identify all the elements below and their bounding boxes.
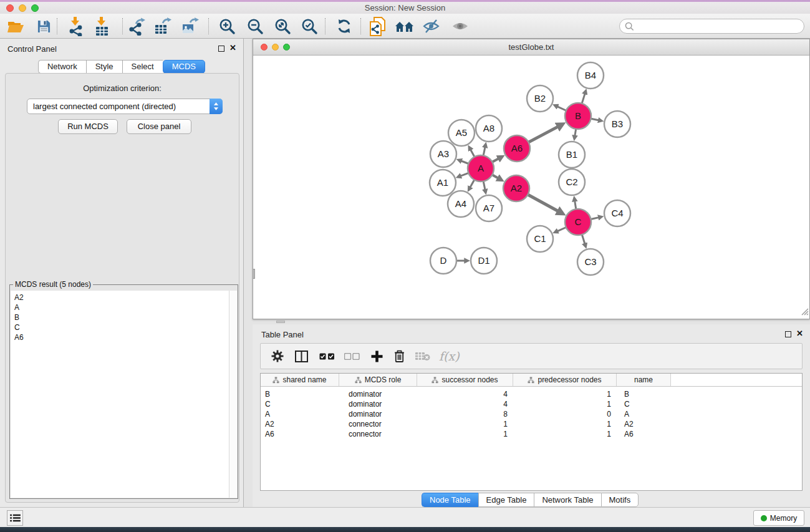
graph-node-A[interactable]: A: [468, 155, 494, 181]
graph-node-A4[interactable]: A4: [448, 191, 474, 217]
list-item[interactable]: A2: [11, 293, 237, 302]
graph-node-B4[interactable]: B4: [577, 62, 604, 89]
graph-edge-C-C2[interactable]: [575, 201, 576, 209]
graph-edge-B-B4[interactable]: [582, 94, 585, 104]
graph-edge-A-A6[interactable]: [492, 158, 498, 162]
column-header[interactable]: shared name: [261, 374, 339, 386]
float-panel-icon[interactable]: [785, 331, 791, 337]
tab-network-table[interactable]: Network Table: [534, 493, 600, 507]
graph-node-A5[interactable]: A5: [448, 120, 475, 146]
list-item[interactable]: A6: [11, 332, 237, 342]
table-row[interactable]: Adominator80A: [261, 409, 802, 419]
zoom-selected-icon[interactable]: [299, 16, 319, 36]
memory-button[interactable]: Memory: [753, 510, 804, 526]
delete-table-icon[interactable]: [415, 347, 430, 365]
table-settings-icon[interactable]: [271, 347, 284, 365]
graph-edge-A-A7[interactable]: [483, 181, 485, 190]
search-box[interactable]: [619, 19, 804, 34]
criterion-dropdown[interactable]: largest connected component (directed): [27, 99, 223, 114]
graph-node-A2[interactable]: A2: [503, 175, 529, 201]
column-header[interactable]: name: [617, 374, 671, 386]
graph-node-C3[interactable]: C3: [577, 249, 604, 275]
column-header[interactable]: predecessor nodes: [513, 374, 617, 386]
hide-selected-icon[interactable]: [421, 16, 441, 36]
delete-column-icon[interactable]: [394, 347, 405, 365]
export-table-icon[interactable]: [153, 16, 173, 36]
zoom-in-icon[interactable]: [217, 16, 237, 36]
task-history-button[interactable]: [7, 510, 23, 526]
graph-node-D1[interactable]: D1: [471, 248, 497, 274]
graph-edge-C-C3[interactable]: [582, 235, 585, 244]
close-window-button[interactable]: [261, 44, 268, 51]
close-window-button[interactable]: [6, 4, 14, 12]
graph-edge-A2-C[interactable]: [528, 195, 558, 211]
zoom-out-icon[interactable]: [245, 16, 265, 36]
network-graph[interactable]: B4B2BB3A8A5A6A3B1AA1C2A2A4A7C4CC1C3DD1: [253, 56, 809, 319]
graph-edge-A-A8[interactable]: [483, 147, 485, 155]
graph-node-C2[interactable]: C2: [559, 169, 585, 195]
show-all-icon[interactable]: [450, 16, 470, 36]
list-item[interactable]: C: [11, 322, 237, 332]
graph-edge-B-B2[interactable]: [557, 107, 566, 110]
close-panel-button[interactable]: Close panel: [127, 119, 191, 134]
graph-node-A8[interactable]: A8: [476, 115, 502, 142]
graph-node-A6[interactable]: A6: [504, 135, 530, 162]
table-row[interactable]: Bdominator41B: [261, 389, 802, 399]
list-item[interactable]: A: [11, 302, 237, 312]
select-all-icon[interactable]: [319, 347, 335, 365]
graph-edge-C-C1[interactable]: [557, 227, 566, 231]
zoom-fit-icon[interactable]: [272, 16, 292, 36]
horizontal-splitter-handle[interactable]: [276, 321, 285, 323]
graph-edge-C-C4[interactable]: [591, 218, 599, 220]
search-input[interactable]: [637, 22, 804, 31]
export-network-icon[interactable]: [127, 16, 147, 36]
tab-style[interactable]: Style: [86, 60, 122, 74]
table-row[interactable]: A6connector11A6: [261, 429, 802, 439]
run-mcds-button[interactable]: Run MCDS: [58, 119, 118, 134]
graph-node-D[interactable]: D: [430, 248, 456, 274]
minimize-window-button[interactable]: [272, 44, 279, 51]
close-panel-icon[interactable]: ✕: [796, 329, 803, 339]
maximize-window-button[interactable]: [283, 44, 290, 51]
graph-edge-B-B1[interactable]: [575, 129, 576, 136]
tab-mcds[interactable]: MCDS: [163, 60, 205, 74]
show-columns-icon[interactable]: [295, 347, 308, 365]
graph-node-C1[interactable]: C1: [527, 226, 553, 252]
window-resize-grip[interactable]: [801, 307, 809, 318]
graph-edge-A-A5[interactable]: [471, 150, 475, 157]
graph-node-A3[interactable]: A3: [430, 141, 456, 167]
graph-node-C[interactable]: C: [565, 209, 591, 235]
list-scrollbar[interactable]: [229, 291, 237, 498]
graph-edge-A-A3[interactable]: [461, 161, 469, 163]
refresh-icon[interactable]: [334, 16, 354, 36]
float-panel-icon[interactable]: [218, 46, 224, 52]
deselect-all-icon[interactable]: [344, 347, 360, 365]
graph-node-A7[interactable]: A7: [476, 195, 502, 221]
tab-edge-table[interactable]: Edge Table: [478, 493, 534, 507]
graph-edge-A6-B[interactable]: [529, 127, 558, 142]
tab-motifs[interactable]: Motifs: [601, 493, 639, 507]
tab-select[interactable]: Select: [122, 60, 163, 74]
graph-node-B1[interactable]: B1: [559, 142, 585, 168]
graph-node-B[interactable]: B: [565, 103, 591, 129]
save-session-icon[interactable]: [34, 16, 54, 36]
list-item[interactable]: B: [11, 312, 237, 322]
graph-node-C4[interactable]: C4: [604, 200, 630, 226]
add-column-icon[interactable]: [371, 347, 383, 365]
minimize-window-button[interactable]: [19, 4, 26, 12]
import-table-icon[interactable]: [92, 16, 112, 36]
first-neighbors-icon[interactable]: [394, 16, 414, 36]
close-panel-icon[interactable]: ✕: [229, 43, 236, 53]
graph-node-B2[interactable]: B2: [527, 85, 553, 112]
network-window-titlebar[interactable]: testGlobe.txt: [253, 39, 809, 56]
graph-node-B3[interactable]: B3: [604, 111, 630, 137]
import-network-icon[interactable]: [65, 16, 85, 36]
graph-node-A1[interactable]: A1: [430, 170, 456, 196]
graph-edge-B-B3[interactable]: [591, 118, 599, 120]
node-table[interactable]: shared name MCDS role successor nodes pr…: [260, 373, 803, 491]
graph-edge-A-A1[interactable]: [461, 173, 469, 176]
graph-edge-A-A2[interactable]: [492, 175, 498, 178]
maximize-window-button[interactable]: [31, 4, 39, 12]
mcds-result-list[interactable]: A2 A B C A6: [11, 291, 237, 498]
table-row[interactable]: A2connector11A2: [261, 419, 802, 429]
